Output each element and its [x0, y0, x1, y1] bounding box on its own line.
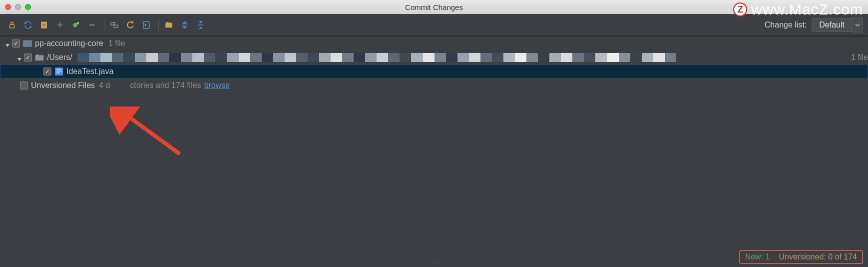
- move-changelist-icon[interactable]: [107, 18, 121, 32]
- change-list-label: Change list:: [765, 20, 807, 30]
- svg-rect-0: [10, 24, 14, 28]
- toolbar-separator: [104, 20, 104, 30]
- unversioned-row[interactable]: Unversioned Files 4 d ctories and 174 fi…: [0, 78, 868, 92]
- chevron-down-icon[interactable]: [852, 18, 863, 32]
- collapse-all-icon[interactable]: [194, 18, 208, 32]
- revert-icon[interactable]: [123, 18, 137, 32]
- svg-rect-13: [56, 72, 60, 74]
- expand-toggle-icon[interactable]: [5, 41, 10, 46]
- status-bar: New: 1 Unversioned: 0 of 174: [739, 250, 863, 264]
- java-file-icon: [54, 68, 63, 76]
- svg-rect-8: [23, 40, 32, 47]
- change-list-select[interactable]: Default: [812, 18, 863, 32]
- toolbar-separator: [158, 20, 159, 30]
- titlebar: Commit Changes: [0, 0, 868, 14]
- annotation-arrow: [110, 106, 185, 156]
- remove-icon[interactable]: [85, 18, 99, 32]
- module-icon: [23, 40, 32, 48]
- status-unversioned: Unversioned: 0 of 174: [779, 252, 857, 262]
- changes-tree: pp-accounting-core 1 file /Users/ 1 file…: [0, 36, 868, 267]
- lock-icon[interactable]: [5, 18, 19, 32]
- svg-line-14: [125, 114, 180, 154]
- tree-path-count: 1 file: [851, 53, 868, 62]
- close-window-button[interactable]: [5, 4, 11, 10]
- svg-rect-9: [24, 42, 26, 43]
- toolbar: ? Change list: Default: [0, 14, 868, 36]
- tree-path-row[interactable]: /Users/ 1 file: [0, 50, 868, 64]
- svg-text:?: ?: [42, 22, 45, 28]
- unversioned-label: Unversioned Files: [31, 81, 95, 90]
- group-by-directory-icon[interactable]: [162, 18, 176, 32]
- window-title: Commit Changes: [405, 3, 463, 12]
- expand-toggle-icon[interactable]: [17, 55, 22, 60]
- browse-link[interactable]: browse: [204, 81, 230, 90]
- expand-all-icon[interactable]: [178, 18, 192, 32]
- help-icon[interactable]: ?: [37, 18, 51, 32]
- tree-path-prefix: /Users/: [47, 53, 72, 62]
- status-new: New: 1: [745, 252, 770, 262]
- resize-grip[interactable]: ::::::: [427, 260, 441, 266]
- expand-icon[interactable]: [53, 18, 67, 32]
- diff-icon[interactable]: [139, 18, 153, 32]
- unversioned-detail-prefix: 4 d: [99, 81, 110, 90]
- tree-root-name: pp-accounting-core: [35, 39, 103, 48]
- change-list-selected[interactable]: Default: [812, 18, 852, 32]
- checkbox[interactable]: [24, 54, 32, 62]
- svg-rect-11: [56, 69, 62, 70]
- unversioned-detail-suffix: ctories and 174 files: [130, 81, 201, 90]
- tree-root-count: 1 file: [108, 39, 125, 48]
- folder-icon: [35, 54, 44, 62]
- new-changelist-icon[interactable]: [69, 18, 83, 32]
- tree-root-row[interactable]: pp-accounting-core 1 file: [0, 36, 868, 50]
- refresh-icon[interactable]: [21, 18, 35, 32]
- redacted-path: [77, 53, 842, 62]
- minimize-window-button[interactable]: [15, 4, 21, 10]
- checkbox[interactable]: [43, 68, 51, 76]
- tree-file-name: IdeaTest.java: [66, 67, 113, 76]
- window-controls: [5, 4, 31, 10]
- maximize-window-button[interactable]: [25, 4, 31, 10]
- svg-rect-4: [77, 22, 79, 24]
- checkbox[interactable]: [20, 82, 28, 90]
- svg-rect-12: [56, 70, 62, 72]
- tree-file-row[interactable]: IdeaTest.java: [0, 64, 868, 78]
- checkbox[interactable]: [12, 40, 20, 48]
